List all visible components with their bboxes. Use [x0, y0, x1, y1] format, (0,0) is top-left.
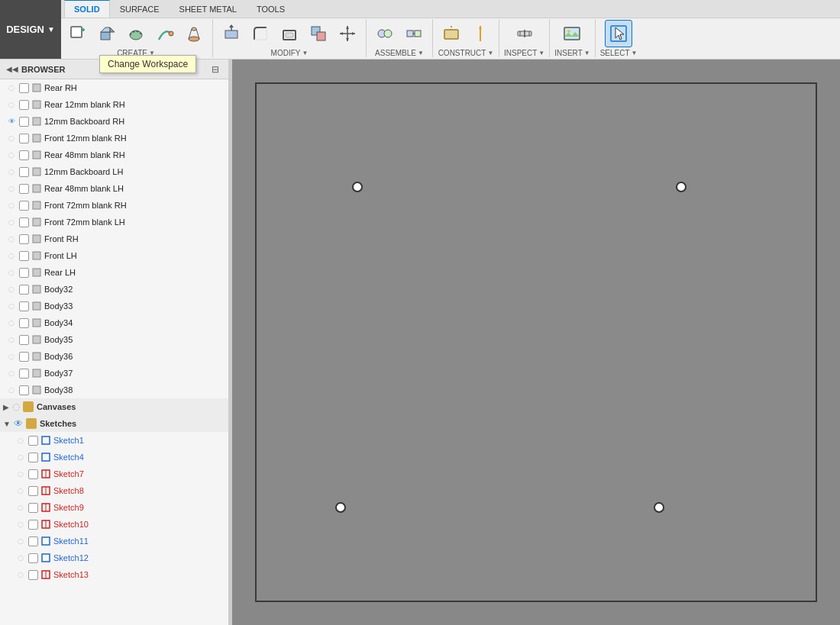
- list-item[interactable]: ◌ Front LH: [0, 247, 228, 264]
- sweep-button[interactable]: [151, 20, 179, 47]
- eye-slash-icon[interactable]: ◌: [6, 301, 17, 311]
- list-item[interactable]: ◌ 12mm Backboard LH: [0, 163, 228, 180]
- select-label[interactable]: SELECT ▼: [600, 49, 638, 57]
- list-item[interactable]: ◌ Sketch1: [0, 432, 228, 449]
- modify-label[interactable]: MODIFY ▼: [271, 49, 309, 57]
- list-item[interactable]: ◌ Sketch12: [0, 549, 228, 566]
- construct-label[interactable]: CONSTRUCT ▼: [438, 49, 494, 57]
- eye-slash-icon[interactable]: ◌: [6, 166, 17, 177]
- measure-button[interactable]: [511, 20, 538, 47]
- move-button[interactable]: [334, 20, 361, 47]
- item-checkbox[interactable]: [28, 570, 38, 580]
- item-checkbox[interactable]: [19, 100, 29, 110]
- browser-content[interactable]: ◌ Rear RH ◌ Rear 12mm blank RH 👁: [0, 79, 228, 625]
- item-checkbox[interactable]: [19, 268, 29, 278]
- list-item[interactable]: ◌ Body37: [0, 365, 228, 382]
- eye-slash-icon[interactable]: ◌: [6, 284, 17, 295]
- eye-slash-icon[interactable]: ◌: [6, 317, 17, 328]
- item-checkbox[interactable]: [19, 234, 29, 244]
- extrude-button[interactable]: [93, 20, 121, 47]
- item-checkbox[interactable]: [28, 503, 38, 513]
- list-item[interactable]: ◌ Sketch11: [0, 533, 228, 549]
- eye-slash-icon[interactable]: ◌: [6, 334, 17, 345]
- item-checkbox[interactable]: [19, 117, 29, 127]
- tab-tools[interactable]: TOOLS: [247, 0, 295, 18]
- item-checkbox[interactable]: [19, 184, 29, 194]
- list-item[interactable]: ◌ Rear 48mm blank RH: [0, 147, 228, 163]
- eye-slash-icon[interactable]: ◌: [15, 569, 26, 580]
- fillet-button[interactable]: [247, 20, 274, 47]
- item-checkbox[interactable]: [19, 134, 29, 143]
- tab-solid[interactable]: SOLID: [64, 0, 110, 18]
- eye-active-icon[interactable]: 👁: [14, 418, 23, 429]
- list-item[interactable]: ◌ Front RH: [0, 230, 228, 247]
- eye-slash-icon[interactable]: ◌: [6, 183, 17, 194]
- eye-slash-icon[interactable]: ◌: [12, 401, 20, 412]
- list-item[interactable]: ◌ Body38: [0, 382, 228, 398]
- browser-options-icon[interactable]: ⊟: [212, 64, 219, 75]
- joint-button[interactable]: [371, 20, 399, 47]
- eye-slash-icon[interactable]: ◌: [15, 452, 26, 462]
- item-checkbox[interactable]: [28, 453, 38, 462]
- eye-slash-icon[interactable]: ◌: [6, 250, 17, 261]
- list-item[interactable]: ◌ Sketch9: [0, 499, 228, 516]
- list-item[interactable]: ◌ Rear 48mm blank LH: [0, 180, 228, 197]
- list-item[interactable]: ◌ Sketch10: [0, 516, 228, 533]
- item-checkbox[interactable]: [28, 520, 38, 530]
- item-checkbox[interactable]: [19, 201, 29, 211]
- item-checkbox[interactable]: [19, 83, 29, 93]
- eye-slash-icon[interactable]: ◌: [6, 385, 17, 395]
- list-item[interactable]: ◌ Rear LH: [0, 264, 228, 281]
- tab-sheet-metal[interactable]: SHEET METAL: [170, 0, 247, 18]
- list-item[interactable]: ◌ Body33: [0, 298, 228, 314]
- list-item[interactable]: ◌ Body35: [0, 331, 228, 348]
- loft-button[interactable]: [180, 20, 208, 47]
- assemble-label[interactable]: ASSEMBLE ▼: [375, 49, 424, 57]
- item-checkbox[interactable]: [28, 536, 38, 546]
- eye-slash-icon[interactable]: ◌: [6, 351, 17, 362]
- list-item[interactable]: ◌ Sketch4: [0, 449, 228, 466]
- eye-slash-icon[interactable]: ◌: [6, 200, 17, 211]
- item-checkbox[interactable]: [19, 251, 29, 261]
- item-checkbox[interactable]: [28, 469, 38, 479]
- item-checkbox[interactable]: [19, 217, 29, 227]
- item-checkbox[interactable]: [19, 285, 29, 295]
- shell-button[interactable]: [276, 20, 303, 47]
- press-pull-button[interactable]: [218, 20, 245, 47]
- as-built-joint-button[interactable]: [400, 20, 428, 47]
- list-item[interactable]: ◌ Front 72mm blank RH: [0, 197, 228, 214]
- insert-image-button[interactable]: [558, 20, 586, 47]
- item-checkbox[interactable]: [19, 167, 29, 177]
- insert-label[interactable]: INSERT ▼: [554, 49, 590, 57]
- eye-slash-icon[interactable]: ◌: [15, 536, 26, 546]
- eye-active-icon[interactable]: 👁: [6, 116, 17, 127]
- revolve-button[interactable]: [122, 20, 150, 47]
- item-checkbox[interactable]: [19, 318, 29, 328]
- eye-slash-icon[interactable]: ◌: [6, 368, 17, 379]
- item-checkbox[interactable]: [19, 385, 29, 395]
- design-button[interactable]: DESIGN ▼: [0, 0, 61, 59]
- list-item[interactable]: ◌ Front 12mm blank RH: [0, 130, 228, 147]
- eye-slash-icon[interactable]: ◌: [6, 217, 17, 227]
- list-item[interactable]: ◌ Front 72mm blank LH: [0, 214, 228, 230]
- eye-slash-icon[interactable]: ◌: [15, 502, 26, 513]
- tab-surface[interactable]: SURFACE: [110, 0, 170, 18]
- new-component-button[interactable]: [64, 20, 92, 47]
- eye-slash-icon[interactable]: ◌: [15, 553, 26, 563]
- viewport[interactable]: [232, 60, 840, 625]
- sketches-section-header[interactable]: ▼ 👁 Sketches: [0, 415, 228, 432]
- list-item[interactable]: 👁 12mm Backboard RH: [0, 113, 228, 130]
- item-checkbox[interactable]: [28, 553, 38, 563]
- list-item[interactable]: ◌ Sketch13: [0, 566, 228, 583]
- construct-plane-button[interactable]: [438, 20, 465, 47]
- construct-axis-button[interactable]: [467, 20, 494, 47]
- eye-slash-icon[interactable]: ◌: [6, 267, 17, 278]
- item-checkbox[interactable]: [19, 352, 29, 362]
- select-button[interactable]: [605, 20, 632, 47]
- list-item[interactable]: ◌ Body32: [0, 281, 228, 298]
- eye-slash-icon[interactable]: ◌: [6, 82, 17, 93]
- list-item[interactable]: ◌ Body36: [0, 348, 228, 365]
- eye-slash-icon[interactable]: ◌: [15, 435, 26, 446]
- item-checkbox[interactable]: [19, 301, 29, 311]
- eye-slash-icon[interactable]: ◌: [6, 99, 17, 110]
